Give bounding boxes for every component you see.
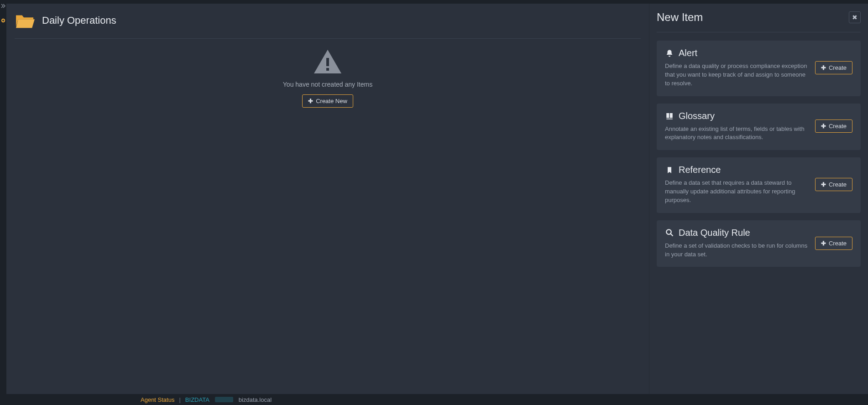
plus-icon: ✚	[821, 64, 826, 71]
book-icon	[665, 112, 674, 120]
create-new-button[interactable]: ✚ Create New	[302, 94, 353, 108]
create-glossary-button[interactable]: ✚ Create	[815, 119, 852, 133]
plus-icon: ✚	[308, 98, 313, 104]
folder-open-icon	[15, 12, 36, 29]
item-type-alert: Alert Define a data quality or process c…	[657, 41, 861, 96]
expand-rail-icon[interactable]	[1, 4, 5, 9]
create-label: Create	[829, 240, 847, 247]
bookmark-icon	[665, 166, 674, 174]
svg-point-3	[666, 230, 671, 235]
card-desc: Define a set of validation checks to be …	[665, 242, 809, 259]
card-desc: Annotate an existing list of terms, fiel…	[665, 125, 809, 142]
app-frame: Daily Operations You have not created an…	[0, 4, 868, 394]
left-rail	[0, 4, 6, 394]
plus-icon: ✚	[821, 240, 826, 247]
plus-icon: ✚	[821, 123, 826, 130]
top-strip	[0, 0, 868, 4]
card-title-text: Data Quality Rule	[679, 228, 750, 238]
card-title-text: Reference	[679, 165, 721, 175]
panel-title: New Item	[657, 11, 703, 24]
panel-header: New Item ✖	[657, 11, 861, 32]
status-separator: |	[179, 396, 180, 403]
page-header: Daily Operations	[15, 12, 641, 39]
create-new-label: Create New	[316, 98, 347, 104]
create-label: Create	[829, 123, 847, 130]
redacted-segment	[215, 397, 233, 402]
agent-host[interactable]: BIZDATA	[185, 396, 209, 403]
card-title-text: Glossary	[679, 111, 715, 121]
svg-rect-1	[326, 58, 329, 66]
page-title: Daily Operations	[42, 15, 116, 26]
add-rail-icon[interactable]	[1, 18, 5, 24]
create-label: Create	[829, 64, 847, 71]
main-area: Daily Operations You have not created an…	[6, 4, 649, 394]
card-desc: Define a data quality or process complia…	[665, 62, 809, 88]
warning-icon	[313, 49, 342, 74]
create-dq-rule-button[interactable]: ✚ Create	[815, 237, 852, 250]
item-type-glossary: Glossary Annotate an existing list of te…	[657, 104, 861, 151]
agent-domain: bizdata.local	[239, 396, 272, 403]
item-type-dq-rule: Data Quality Rule Define a set of valida…	[657, 220, 861, 267]
status-bar: Agent Status | BIZDATA bizdata.local	[0, 394, 868, 405]
search-icon	[665, 228, 674, 237]
plus-icon: ✚	[821, 181, 826, 188]
close-panel-button[interactable]: ✖	[849, 11, 861, 23]
svg-line-4	[670, 234, 673, 236]
item-type-reference: Reference Define a data set that require…	[657, 157, 861, 213]
card-desc: Define a data set that requires a data s…	[665, 179, 809, 205]
card-title-text: Alert	[679, 48, 697, 58]
create-alert-button[interactable]: ✚ Create	[815, 61, 852, 74]
panel-body: Alert Define a data quality or process c…	[657, 32, 861, 394]
bell-icon	[665, 49, 674, 57]
agent-status-label: Agent Status	[141, 396, 174, 403]
svg-rect-2	[326, 68, 329, 71]
empty-state: You have not created any Items ✚ Create …	[15, 41, 641, 394]
close-icon: ✖	[852, 14, 858, 21]
new-item-panel: New Item ✖ Alert Define a data quality o…	[649, 4, 868, 394]
create-reference-button[interactable]: ✚ Create	[815, 178, 852, 191]
empty-message: You have not created any Items	[283, 81, 372, 88]
create-label: Create	[829, 181, 847, 188]
